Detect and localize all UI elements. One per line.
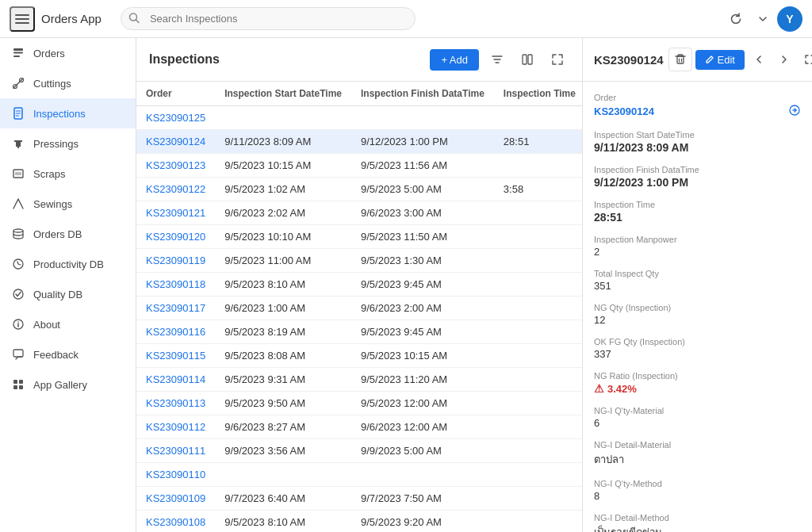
filter-button[interactable] bbox=[485, 48, 509, 71]
sidebar-label-orders: Orders bbox=[33, 48, 65, 59]
finish-cell bbox=[351, 106, 494, 130]
start-cell: 9/5/2023 8:10 AM bbox=[215, 511, 351, 533]
finish-cell: 9/6/2023 2:00 AM bbox=[351, 297, 494, 320]
table-row[interactable]: KS230901119/9/2023 3:56 AM9/9/2023 5:00 … bbox=[136, 439, 582, 463]
finish-cell: 9/5/2023 1:30 AM bbox=[351, 249, 494, 273]
order-cell[interactable]: KS23090120 bbox=[136, 225, 215, 249]
sidebar-item-inspections[interactable]: Inspections bbox=[0, 98, 136, 128]
columns-button[interactable] bbox=[515, 48, 539, 71]
topbar-actions: Y bbox=[723, 6, 802, 32]
time-cell bbox=[494, 487, 582, 511]
productivity-db-icon bbox=[11, 257, 25, 271]
table-row[interactable]: KS230901169/5/2023 8:19 AM9/5/2023 9:45 … bbox=[136, 320, 582, 344]
order-cell[interactable]: KS23090125 bbox=[136, 106, 215, 130]
order-cell[interactable]: KS23090119 bbox=[136, 249, 215, 273]
ng-i-detail-material-value: ตาปลา bbox=[594, 451, 801, 468]
table-row[interactable]: KS230901189/5/2023 8:10 AM9/5/2023 9:45 … bbox=[136, 273, 582, 297]
sidebar-item-productivity-db[interactable]: Productivity DB bbox=[0, 249, 136, 279]
finish-cell bbox=[351, 463, 494, 487]
prev-button[interactable] bbox=[748, 48, 770, 71]
sidebar-item-pressings[interactable]: Pressings bbox=[0, 128, 136, 159]
order-cell[interactable]: KS23090114 bbox=[136, 368, 215, 392]
table-row[interactable]: KS230901089/5/2023 8:10 AM9/5/2023 9:20 … bbox=[136, 511, 582, 533]
order-cell[interactable]: KS23090116 bbox=[136, 320, 215, 344]
table-row[interactable]: KS230901159/5/2023 8:08 AM9/5/2023 10:15… bbox=[136, 344, 582, 368]
order-cell[interactable]: KS23090122 bbox=[136, 178, 215, 201]
sidebar-item-orders-db[interactable]: Orders DB bbox=[0, 219, 136, 249]
ng-i-detail-material-label: NG-I Detail-Material bbox=[594, 440, 801, 450]
add-button[interactable]: + Add bbox=[430, 49, 479, 71]
sidebar-label-feedback: Feedback bbox=[33, 349, 79, 361]
table-row[interactable]: KS230901249/11/2023 8:09 AM9/12/2023 1:0… bbox=[136, 130, 582, 154]
sidebar-item-orders[interactable]: Orders bbox=[0, 38, 136, 68]
detail-time-field: Inspection Time 28:51 bbox=[594, 200, 801, 224]
table-row[interactable]: KS230901229/5/2023 1:02 AM9/5/2023 5:00 … bbox=[136, 178, 582, 201]
sidebar-item-scraps[interactable]: Scraps bbox=[0, 159, 136, 189]
edit-button[interactable]: Edit bbox=[695, 50, 745, 70]
start-cell: 9/5/2023 9:50 AM bbox=[215, 392, 351, 415]
avatar[interactable]: Y bbox=[777, 6, 802, 32]
dropdown-arrow-button[interactable] bbox=[752, 6, 774, 32]
detail-ng-i-detail-method-field: NG-I Detail-Method เป็นรอยขีดข่วน bbox=[594, 513, 801, 532]
detail-manpower-field: Inspection Manpower 2 bbox=[594, 235, 801, 258]
order-cell[interactable]: KS23090112 bbox=[136, 415, 215, 439]
order-link-icon[interactable] bbox=[788, 104, 801, 119]
order-cell[interactable]: KS23090118 bbox=[136, 273, 215, 297]
time-cell bbox=[494, 297, 582, 320]
order-cell[interactable]: KS23090121 bbox=[136, 201, 215, 225]
order-cell[interactable]: KS23090108 bbox=[136, 511, 215, 533]
order-value[interactable]: KS23090124 bbox=[594, 105, 654, 117]
detail-ok-fg-qty-field: OK FG Qty (Inspection) 337 bbox=[594, 337, 801, 360]
start-cell: 9/5/2023 10:10 AM bbox=[215, 225, 351, 249]
order-cell[interactable]: KS23090117 bbox=[136, 297, 215, 320]
search-input[interactable] bbox=[121, 7, 416, 30]
order-cell[interactable]: KS23090110 bbox=[136, 463, 215, 487]
expand-detail-button[interactable] bbox=[799, 48, 812, 71]
table-row[interactable]: KS230901199/5/2023 11:00 AM9/5/2023 1:30… bbox=[136, 249, 582, 273]
refresh-button[interactable] bbox=[723, 6, 749, 32]
time-cell bbox=[494, 106, 582, 130]
sidebar-item-cuttings[interactable]: Cuttings bbox=[0, 68, 136, 98]
table-row[interactable]: KS230901239/5/2023 10:15 AM9/5/2023 11:5… bbox=[136, 154, 582, 178]
sidebar-item-quality-db[interactable]: Quality DB bbox=[0, 279, 136, 309]
order-row: KS23090124 bbox=[594, 104, 801, 119]
scraps-icon bbox=[11, 166, 25, 181]
next-button[interactable] bbox=[773, 48, 795, 71]
sidebar-item-feedback[interactable]: Feedback bbox=[0, 339, 136, 369]
order-cell[interactable]: KS23090109 bbox=[136, 487, 215, 511]
menu-icon[interactable] bbox=[10, 6, 35, 32]
sidebar-item-app-gallery[interactable]: App Gallery bbox=[0, 369, 136, 400]
order-cell[interactable]: KS23090111 bbox=[136, 439, 215, 463]
svg-point-23 bbox=[17, 321, 19, 323]
start-cell bbox=[215, 463, 351, 487]
sidebar-item-about[interactable]: About bbox=[0, 309, 136, 339]
table-row[interactable]: KS230901149/5/2023 9:31 AM9/5/2023 11:20… bbox=[136, 368, 582, 392]
table-row[interactable]: KS230901209/5/2023 10:10 AM9/5/2023 11:5… bbox=[136, 225, 582, 249]
order-cell[interactable]: KS23090113 bbox=[136, 392, 215, 415]
table-row[interactable]: KS230901139/5/2023 9:50 AM9/5/2023 12:00… bbox=[136, 392, 582, 415]
expand-button[interactable] bbox=[546, 48, 569, 71]
finish-cell: 9/5/2023 10:15 AM bbox=[351, 344, 494, 368]
detail-total-qty-field: Total Inspect Qty 351 bbox=[594, 269, 801, 292]
delete-button[interactable] bbox=[668, 48, 692, 71]
detail-ng-ratio-field: NG Ratio (Inspection) ⚠ 3.42% bbox=[594, 371, 801, 395]
table-row[interactable]: KS230901179/6/2023 1:00 AM9/6/2023 2:00 … bbox=[136, 297, 582, 320]
detail-title: KS23090124 bbox=[594, 53, 664, 67]
order-cell[interactable]: KS23090115 bbox=[136, 344, 215, 368]
table-row[interactable]: KS230901129/6/2023 8:27 AM9/6/2023 12:00… bbox=[136, 415, 582, 439]
order-label: Order bbox=[594, 93, 801, 102]
sidebar-item-sewings[interactable]: Sewings bbox=[0, 189, 136, 219]
table-row[interactable]: KS23090110 bbox=[136, 463, 582, 487]
start-cell: 9/6/2023 1:00 AM bbox=[215, 297, 351, 320]
time-cell bbox=[494, 273, 582, 297]
table-header-row: Order Inspection Start DateTime Inspecti… bbox=[136, 82, 582, 106]
start-cell: 9/5/2023 8:10 AM bbox=[215, 273, 351, 297]
start-cell bbox=[215, 106, 351, 130]
table-row[interactable]: KS230901219/6/2023 2:02 AM9/6/2023 3:00 … bbox=[136, 201, 582, 225]
order-cell[interactable]: KS23090124 bbox=[136, 130, 215, 154]
table-row[interactable]: KS230901099/7/2023 6:40 AM9/7/2023 7:50 … bbox=[136, 487, 582, 511]
table-row[interactable]: KS23090125 bbox=[136, 106, 582, 130]
ng-qty-value: 12 bbox=[594, 314, 801, 326]
order-cell[interactable]: KS23090123 bbox=[136, 154, 215, 178]
total-qty-value: 351 bbox=[594, 280, 801, 292]
